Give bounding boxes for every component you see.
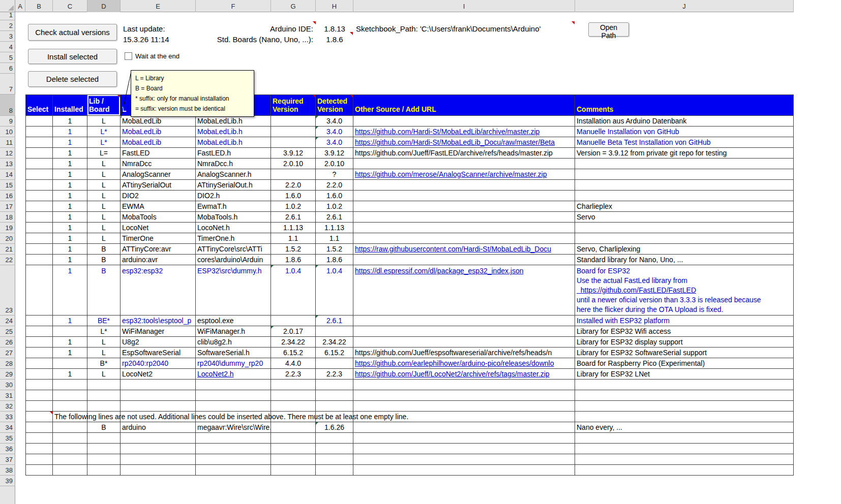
cell-C35[interactable] xyxy=(53,433,87,444)
cell-D27[interactable]: L xyxy=(87,348,121,358)
row-header-12[interactable]: 12 xyxy=(0,148,15,159)
cell-G26[interactable]: 2.34.22 xyxy=(271,337,316,348)
cell-F22[interactable]: cores\arduino\Arduin xyxy=(196,255,271,265)
cell-H10[interactable]: 3.4.0 xyxy=(316,127,353,137)
cell-C16[interactable]: 1 xyxy=(53,191,87,201)
cell-H13[interactable]: 2.0.10 xyxy=(316,159,353,169)
cell-B21[interactable] xyxy=(25,244,53,255)
check-actual-versions-button[interactable]: Check actual versions xyxy=(28,24,117,41)
cell-D10[interactable]: L* xyxy=(87,127,121,137)
cell-B38[interactable] xyxy=(25,465,53,476)
cell-J9[interactable]: Installation aus Arduino Datenbank xyxy=(575,116,794,127)
cell-G37[interactable] xyxy=(271,454,316,465)
cell-B9[interactable] xyxy=(25,116,53,127)
cell-H26[interactable]: 2.34.22 xyxy=(316,337,353,348)
cell-F12[interactable]: FastLED.h xyxy=(196,148,271,159)
cell-C34[interactable] xyxy=(53,422,87,433)
cell-C12[interactable]: 1 xyxy=(53,148,87,159)
cell-G22[interactable]: 1.8.6 xyxy=(271,255,316,265)
cell-J10[interactable]: Manuelle Installation von GitHub xyxy=(575,127,794,137)
row-header-11[interactable]: 11 xyxy=(0,137,15,148)
cell-G16[interactable]: 1.6.0 xyxy=(271,191,316,201)
cell-G31[interactable] xyxy=(271,390,316,401)
cell-C30[interactable] xyxy=(53,380,87,390)
cell-H15[interactable]: 2.2.0 xyxy=(316,180,353,191)
cell-E29[interactable]: LocoNet2 xyxy=(121,369,196,380)
column-header-G[interactable]: G xyxy=(271,0,316,12)
cell-F28[interactable]: rp2040\dummy_rp20 xyxy=(196,358,271,369)
cell-D26[interactable]: L xyxy=(87,337,121,348)
cell-F10[interactable]: MobaLedLib.h xyxy=(196,127,271,137)
row-header-1[interactable]: 1 xyxy=(0,12,15,20)
cell-I35[interactable] xyxy=(353,433,575,444)
row-header-26[interactable]: 26 xyxy=(0,337,15,348)
cell-I25[interactable] xyxy=(353,326,575,337)
row-header-13[interactable]: 13 xyxy=(0,159,15,169)
cell-J18[interactable]: Servo xyxy=(575,212,794,223)
column-header-F[interactable]: F xyxy=(196,0,271,12)
cell-E25[interactable]: WiFiManager xyxy=(121,326,196,337)
cell-E15[interactable]: ATtinySerialOut xyxy=(121,180,196,191)
cell-F32[interactable] xyxy=(196,401,271,412)
cell-H16[interactable]: 1.6.0 xyxy=(316,191,353,201)
cell-C14[interactable]: 1 xyxy=(53,169,87,180)
cell-F35[interactable] xyxy=(196,433,271,444)
row-header-23[interactable]: 23 xyxy=(0,265,15,316)
column-header-E[interactable]: E xyxy=(121,0,196,12)
row-header-27[interactable]: 27 xyxy=(0,348,15,358)
row-header-16[interactable]: 16 xyxy=(0,191,15,201)
cell-E26[interactable]: U8g2 xyxy=(121,337,196,348)
row-header-15[interactable]: 15 xyxy=(0,180,15,191)
cell-F16[interactable]: DIO2.h xyxy=(196,191,271,201)
row-header-24[interactable]: 24 xyxy=(0,316,15,326)
cell-D31[interactable] xyxy=(87,390,121,401)
cell-J12[interactable]: Version = 3.9.12 from private git repo f… xyxy=(575,148,794,159)
cell-B13[interactable] xyxy=(25,159,53,169)
cell-C15[interactable]: 1 xyxy=(53,180,87,191)
cell-B26[interactable] xyxy=(25,337,53,348)
cell-C28[interactable] xyxy=(53,358,87,369)
cell-B14[interactable] xyxy=(25,169,53,180)
cell-C38[interactable] xyxy=(53,465,87,476)
cell-B23[interactable] xyxy=(25,265,53,316)
cell-J31[interactable] xyxy=(575,390,794,401)
cell-D16[interactable]: L xyxy=(87,191,121,201)
cell-D21[interactable]: B xyxy=(87,244,121,255)
cell-C23[interactable]: 1 xyxy=(53,265,87,316)
cell-I38[interactable] xyxy=(353,465,575,476)
cell-J35[interactable] xyxy=(575,433,794,444)
cell-H23[interactable]: 1.0.4 xyxy=(316,265,353,316)
column-header-J[interactable]: J xyxy=(575,0,794,12)
cell-G35[interactable] xyxy=(271,433,316,444)
cell-D19[interactable]: L xyxy=(87,223,121,233)
cell-I34[interactable] xyxy=(353,422,575,433)
cell-J21[interactable]: Servo, Charliplexing xyxy=(575,244,794,255)
cell-I17[interactable] xyxy=(353,201,575,212)
cell-E20[interactable]: TimerOne xyxy=(121,233,196,244)
row-header-25[interactable]: 25 xyxy=(0,326,15,337)
header-cell-C8[interactable]: Installed xyxy=(53,94,87,116)
row-header-35[interactable]: 35 xyxy=(0,433,15,444)
cell-H25[interactable] xyxy=(316,326,353,337)
cell-E23[interactable]: esp32:esp32 xyxy=(121,265,196,316)
row-header-10[interactable]: 10 xyxy=(0,127,15,137)
cell-B22[interactable] xyxy=(25,255,53,265)
cell-G19[interactable]: 1.1.13 xyxy=(271,223,316,233)
row-header-28[interactable]: 28 xyxy=(0,358,15,369)
cell-C26[interactable]: 1 xyxy=(53,337,87,348)
cell-I19[interactable] xyxy=(353,223,575,233)
row-header-2[interactable]: 2 xyxy=(0,20,15,31)
cell-C21[interactable]: 1 xyxy=(53,244,87,255)
cell-B18[interactable] xyxy=(25,212,53,223)
cell-B30[interactable] xyxy=(25,380,53,390)
cell-I21[interactable]: https://raw.githubusercontent.com/Hardi-… xyxy=(353,244,575,255)
cell-J16[interactable] xyxy=(575,191,794,201)
cell-H29[interactable]: 2.2.3 xyxy=(316,369,353,380)
cell-H37[interactable] xyxy=(316,454,353,465)
cell-H31[interactable] xyxy=(316,390,353,401)
cell-G25[interactable]: 2.0.17 xyxy=(271,326,316,337)
cell-F26[interactable]: clib\u8g2.h xyxy=(196,337,271,348)
cell-H36[interactable] xyxy=(316,444,353,454)
cell-D12[interactable]: L= xyxy=(87,148,121,159)
cell-B24[interactable] xyxy=(25,316,53,326)
